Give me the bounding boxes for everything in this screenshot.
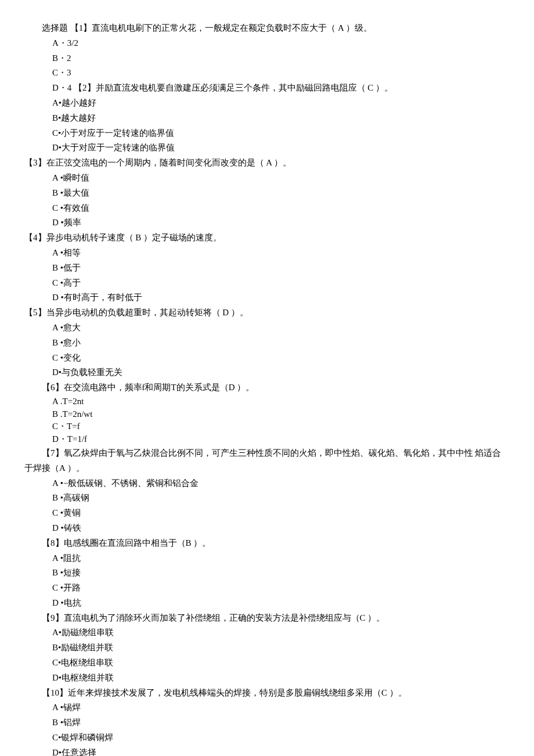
q1-option-a: A・3/2 xyxy=(52,36,510,51)
q7-stem: 【7】氧乙炔焊由于氧与乙炔混合比例不同，可产生三种性质不同的火焰，即中性焰、碳化… xyxy=(24,446,510,476)
q4-option-d: D •有时高于，有时低于 xyxy=(52,290,510,305)
q7-option-a: A •−般低碳钢、不锈钢、紫铜和铝合金 xyxy=(52,476,510,491)
q6-option-b: B .T=2n/wt xyxy=(52,408,510,421)
q5-stem: 【5】当异步电动机的负载超重时，其起动转矩将（ D ）。 xyxy=(24,305,510,321)
q10-option-b: B •铝焊 xyxy=(52,715,510,730)
q2-option-b: B•越大越好 xyxy=(52,111,510,126)
q8-option-b: B •短接 xyxy=(52,566,510,581)
q9-option-a: A•励磁绕组串联 xyxy=(52,625,510,640)
q4-stem: 【4】异步电动机转子速度（ B ）定子磁场的速度。 xyxy=(24,231,510,246)
q8-option-c: C •开路 xyxy=(52,581,510,596)
q1-option-c: C・3 xyxy=(52,66,510,81)
q9-option-d: D•电枢绕组并联 xyxy=(52,671,510,686)
q2-option-a: A•越小越好 xyxy=(52,96,510,111)
q2-option-c: C•小于对应于一定转速的临界值 xyxy=(52,126,510,141)
q1-option-d-and-q2-stem: D・4 【2】并励直流发电机要自激建压必须满足三个条件，其中励磁回路电阻应（ C… xyxy=(52,81,510,96)
q10-option-d: D•任意选择 xyxy=(52,746,510,756)
q5-option-a: A •愈大 xyxy=(52,321,510,336)
q9-option-c: C•电枢绕组串联 xyxy=(52,656,510,671)
q7-option-b: B •高碳钢 xyxy=(52,491,510,506)
q9-option-b: B•励磁绕组并联 xyxy=(52,640,510,656)
q5-option-d: D•与负载轻重无关 xyxy=(52,365,510,380)
q5-option-c: C •变化 xyxy=(52,351,510,366)
q7-option-c: C •黄铜 xyxy=(52,506,510,521)
q1-option-b: B・2 xyxy=(52,51,510,66)
q10-option-a: A •锡焊 xyxy=(52,700,510,715)
q3-option-b: B •最大值 xyxy=(52,186,510,201)
q6-option-d: D・T=1/f xyxy=(52,433,510,446)
q7-option-d: D •铸铁 xyxy=(52,521,510,536)
q10-option-c: C•银焊和磷铜焊 xyxy=(52,730,510,746)
q6-option-a: A .T=2nt xyxy=(52,395,510,408)
q3-option-a: A •瞬时值 xyxy=(52,171,510,186)
q1-stem: 选择题 【1】直流电机电刷下的正常火花，一般规定在额定负载时不应大于（ A ）级… xyxy=(24,21,510,36)
q4-option-c: C •高于 xyxy=(52,276,510,291)
q8-option-d: D •电抗 xyxy=(52,596,510,611)
q4-option-b: B •低于 xyxy=(52,261,510,276)
q3-option-c: C •有效值 xyxy=(52,201,510,216)
q3-option-d: D •频率 xyxy=(52,215,510,231)
q10-stem: 【10】近年来焊接技术发展了，发电机线棒端头的焊接，特别是多股扁铜线绕组多采用（… xyxy=(24,686,510,701)
q8-option-a: A •阻抗 xyxy=(52,551,510,566)
q3-stem: 【3】在正弦交流电的一个周期内，随着时间变化而改变的是（ A ）。 xyxy=(24,156,510,171)
q4-option-a: A •相等 xyxy=(52,246,510,261)
q6-stem: 【6】在交流电路中，频率f和周期T的关系式是（D ）。 xyxy=(24,380,510,395)
q5-option-b: B •愈小 xyxy=(52,336,510,351)
q8-stem: 【8】电感线圈在直流回路中相当于（B ）。 xyxy=(24,536,510,551)
q9-stem: 【9】直流电机为了消除环火而加装了补偿绕组，正确的安装方法是补偿绕组应与（C ）… xyxy=(24,611,510,626)
q6-option-c: C・T=f xyxy=(52,420,510,433)
q2-option-d: D•大于对应于一定转速的临界值 xyxy=(52,141,510,156)
